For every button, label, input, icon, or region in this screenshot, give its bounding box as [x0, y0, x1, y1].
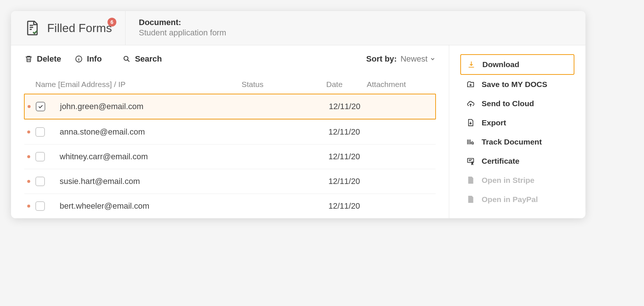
export-label: Export: [482, 118, 506, 127]
unread-dot: [28, 105, 31, 108]
main-panel: Delete Info: [11, 45, 449, 218]
row-email: john.green@email.com: [60, 102, 244, 111]
export-button[interactable]: Export: [460, 113, 574, 132]
download-button[interactable]: Download: [460, 54, 574, 75]
document-name: Student application form: [139, 28, 226, 38]
paypal-icon: [466, 195, 475, 204]
count-badge: 6: [108, 18, 116, 27]
row-checkbox[interactable]: [35, 127, 45, 137]
stripe-label: Open in Stripe: [482, 176, 535, 185]
search-label: Search: [135, 54, 162, 64]
actions-sidebar: Download Save to MY DOCS Send to Cl: [449, 45, 585, 218]
table-row[interactable]: susie.hart@email.com12/11/20: [24, 169, 436, 194]
certificate-button[interactable]: Certificate: [460, 152, 574, 171]
track-icon: [466, 138, 475, 146]
sort-label: Sort by:: [366, 54, 397, 64]
search-icon: [122, 55, 131, 63]
row-email: bert.wheeler@email.com: [60, 201, 244, 211]
certificate-icon: [466, 157, 475, 166]
paypal-label: Open in PayPal: [482, 195, 538, 204]
save-to-mydocs-button[interactable]: Save to MY DOCS: [460, 75, 574, 94]
col-date: Date: [326, 80, 367, 89]
row-checkbox[interactable]: [35, 152, 45, 161]
info-label: Info: [87, 54, 102, 64]
table-row[interactable]: anna.stone@email.com12/11/20: [24, 119, 436, 144]
row-date: 12/11/20: [328, 201, 369, 211]
page-title: Filled Forms: [47, 21, 112, 35]
sort-dropdown[interactable]: Newest: [401, 54, 436, 64]
header-right: Document: Student application form: [126, 11, 239, 45]
sort-value-text: Newest: [401, 54, 427, 64]
unread-dot: [27, 155, 30, 158]
row-email: anna.stone@email.com: [60, 127, 244, 137]
chevron-down-icon: [430, 56, 436, 62]
download-icon: [467, 60, 476, 69]
svg-point-1: [124, 56, 128, 60]
delete-button[interactable]: Delete: [24, 54, 61, 64]
delete-label: Delete: [37, 54, 61, 64]
row-checkbox[interactable]: [36, 102, 45, 111]
table-body: john.green@email.com12/11/20anna.stone@e…: [24, 94, 436, 218]
send-to-cloud-button[interactable]: Send to Cloud: [460, 94, 574, 113]
unread-dot: [27, 205, 30, 208]
table-row[interactable]: whitney.carr@email.com12/11/20: [24, 144, 436, 169]
row-checkbox[interactable]: [35, 177, 45, 186]
col-name: Name [Email Address] / IP: [35, 80, 242, 89]
header: Filled Forms 6 Document: Student applica…: [11, 11, 585, 45]
unread-dot: [27, 180, 30, 183]
open-in-paypal-button[interactable]: Open in PayPal: [460, 190, 574, 209]
info-button[interactable]: Info: [74, 54, 102, 64]
cloud-icon: [466, 99, 475, 108]
document-label: Document:: [139, 18, 226, 27]
download-label: Download: [482, 60, 519, 69]
open-in-stripe-button[interactable]: Open in Stripe: [460, 171, 574, 190]
row-checkbox[interactable]: [35, 201, 45, 211]
header-left: Filled Forms 6: [11, 11, 126, 45]
col-attachment: Attachment: [367, 80, 436, 89]
info-icon: [74, 55, 83, 63]
cloud-label: Send to Cloud: [482, 99, 534, 108]
search-button[interactable]: Search: [122, 54, 162, 64]
column-headers: Name [Email Address] / IP Status Date At…: [24, 80, 436, 94]
track-label: Track Document: [482, 138, 542, 146]
save-label: Save to MY DOCS: [482, 80, 547, 89]
export-icon: [466, 118, 475, 127]
toolbar: Delete Info: [24, 54, 436, 64]
row-date: 12/11/20: [328, 127, 369, 137]
col-status: Status: [242, 80, 326, 89]
row-email: susie.hart@email.com: [60, 177, 244, 186]
row-date: 12/11/20: [328, 177, 369, 186]
sort-control: Sort by: Newest: [366, 54, 436, 64]
row-date: 12/11/20: [328, 152, 369, 161]
certificate-label: Certificate: [482, 157, 520, 166]
save-icon: [466, 80, 475, 89]
unread-dot: [27, 131, 30, 133]
filled-forms-icon: [24, 20, 41, 36]
row-email: whitney.carr@email.com: [60, 152, 244, 161]
stripe-icon: [466, 176, 475, 185]
body: Delete Info: [11, 45, 585, 218]
table-row[interactable]: john.green@email.com12/11/20: [24, 94, 436, 119]
track-document-button[interactable]: Track Document: [460, 132, 574, 152]
trash-icon: [24, 55, 33, 63]
app-window: Filled Forms 6 Document: Student applica…: [11, 11, 585, 218]
table-row[interactable]: bert.wheeler@email.com12/11/20: [24, 194, 436, 218]
row-date: 12/11/20: [329, 102, 369, 111]
